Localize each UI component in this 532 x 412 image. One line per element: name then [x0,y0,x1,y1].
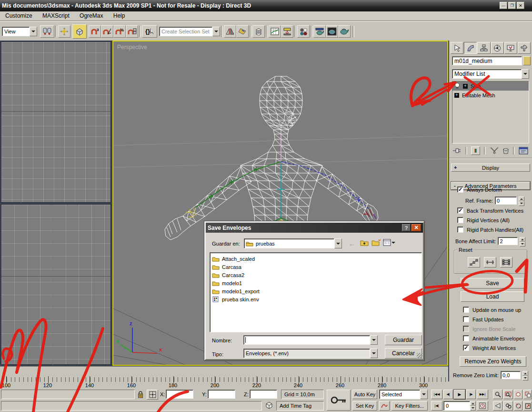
save-in-arrow[interactable] [334,238,342,248]
ref-frame-field[interactable]: 0 [495,196,517,205]
file-row[interactable]: Carcasa2 [210,271,422,279]
current-frame-field[interactable]: 0 [443,401,476,411]
view-combo[interactable]: View [2,25,37,38]
file-row[interactable]: modelo1 [210,279,422,287]
snap-3-icon[interactable]: 3 [89,25,101,38]
update-on-mouse-up-checkbox[interactable] [463,307,469,313]
set-keys-button[interactable] [327,390,351,411]
remove-modifier-icon[interactable] [502,147,510,154]
file-name-input[interactable] [243,335,370,345]
fast-updates-checkbox[interactable] [463,316,469,322]
guardar-button[interactable]: Guardar [385,335,422,345]
file-name-combo[interactable] [243,335,378,345]
stack-row-skin[interactable]: + Skin [452,82,529,91]
back-icon[interactable]: ← [349,239,356,247]
tab-create[interactable] [451,42,463,54]
expand-icon[interactable]: + [454,93,459,98]
animatable-envelopes-checkbox[interactable] [463,335,469,341]
viewport-bottom-left[interactable] [1,204,111,365]
modifier-list-arrow[interactable] [522,69,529,79]
reset-selected-verts-icon[interactable] [468,257,480,268]
dialog-title-bar[interactable]: Save Envelopes ? ✕ [206,223,423,233]
previous-frame-button[interactable]: ◀| [443,390,453,399]
bone-affect-spinner[interactable] [520,237,525,245]
load-envelopes-button[interactable]: Load [461,291,524,302]
bone-affect-field[interactable]: 2 [498,237,518,245]
curve-editor-icon[interactable] [269,25,281,38]
zoom-extents-all-button[interactable] [523,390,532,399]
weight-all-vertices-checkbox[interactable] [463,345,469,351]
file-type-combo[interactable]: Envelopes, (*.env) [243,349,378,358]
current-frame-value[interactable]: 0 [443,401,470,411]
field-of-view-button[interactable] [493,401,502,411]
key-mode-toggle-button[interactable]: |◀| [431,401,442,411]
back-transform-checkbox[interactable] [457,207,463,214]
schematic-view-icon[interactable] [281,25,293,38]
maximize-viewport-toggle-button[interactable] [523,401,532,411]
quick-align-icon[interactable] [236,25,249,38]
arc-rotate-button[interactable] [514,401,522,411]
reset-selected-bone-icon[interactable] [484,257,496,268]
up-one-level-icon[interactable] [360,239,369,247]
select-and-manipulate-icon[interactable] [58,25,70,38]
add-time-tag-box[interactable]: Add Time Tag [276,401,324,411]
remove-zero-limit-spinner[interactable] [522,371,528,379]
stack-row-editable-mesh[interactable]: + Editable Mesh [452,91,529,100]
save-envelopes-button[interactable]: Save [461,278,524,288]
restore-button[interactable]: ❐ [508,2,516,9]
selection-set-combo[interactable]: Create Selection Set [159,27,220,36]
object-color-swatch[interactable] [523,56,531,65]
rigid-vertices-checkbox[interactable] [457,217,463,223]
zoom-region-button[interactable] [503,390,513,399]
new-folder-icon[interactable] [371,239,381,247]
remove-zero-weights-button[interactable]: Remove Zero Weights [460,356,526,367]
menu-help[interactable]: Help [109,11,130,20]
lightbulb-icon[interactable] [454,82,460,90]
pin-stack-icon[interactable] [452,147,462,154]
rigid-patch-checkbox[interactable] [457,227,463,233]
rendered-frame-window-icon[interactable] [326,25,338,38]
modifier-list-combo[interactable]: Modifier List [452,69,529,79]
pan-button[interactable] [503,401,513,411]
key-selection-value[interactable]: Selected [379,390,420,399]
menu-ogremax[interactable]: OgreMax [75,11,107,20]
make-unique-icon[interactable] [490,147,499,154]
selection-set-value[interactable]: Create Selection Set [159,27,212,36]
ref-frame-spinner[interactable] [519,196,524,205]
isolate-cube-icon[interactable] [265,401,273,410]
object-name-field[interactable]: m01d_medium [452,56,522,65]
remove-zero-limit-field[interactable]: 0,0 [501,371,521,379]
file-row[interactable]: Attach_scaled [210,255,422,263]
always-deform-checkbox[interactable] [457,186,463,193]
z-coordinate-field[interactable] [250,390,277,399]
menu-customize[interactable]: Customize [1,11,37,20]
percent-snap-icon[interactable]: % [113,25,126,38]
next-frame-button[interactable]: |▶ [466,390,476,399]
stack-item-label[interactable]: Editable Mesh [462,93,495,98]
save-in-combo[interactable]: pruebas [244,238,342,248]
render-production-icon[interactable] [338,25,351,38]
file-type-arrow[interactable] [370,349,378,358]
dialog-close-button[interactable]: ✕ [412,224,421,231]
show-end-result-icon[interactable]: ‖ [471,146,481,155]
file-row[interactable]: Carcasa [210,263,422,271]
tab-hierarchy[interactable] [477,42,490,54]
auto-key-button[interactable]: Auto Key [352,390,377,399]
render-setup-icon[interactable] [313,25,326,38]
spinner-snap-icon[interactable] [126,25,138,38]
angle-snap-icon[interactable] [101,25,113,38]
key-filters-button[interactable]: Key Filters... [391,401,428,411]
file-type-value[interactable]: Envelopes, (*.env) [243,349,370,358]
dialog-help-button[interactable]: ? [402,224,411,231]
file-name-arrow[interactable] [370,335,378,345]
y-coordinate-field[interactable] [208,390,235,399]
tab-utilities[interactable] [518,42,531,54]
view-combo-value[interactable]: View [2,27,30,36]
close-button[interactable]: ✕ [517,2,524,9]
key-selection-combo[interactable]: Selected [379,390,428,399]
go-to-end-button[interactable]: ▶▶| [477,390,488,399]
configure-modifier-sets-icon[interactable] [519,146,529,155]
default-in-out-tangents-button[interactable] [379,401,390,411]
tab-motion[interactable] [491,42,504,54]
menu-maxscript[interactable]: MAXScript [38,11,74,20]
